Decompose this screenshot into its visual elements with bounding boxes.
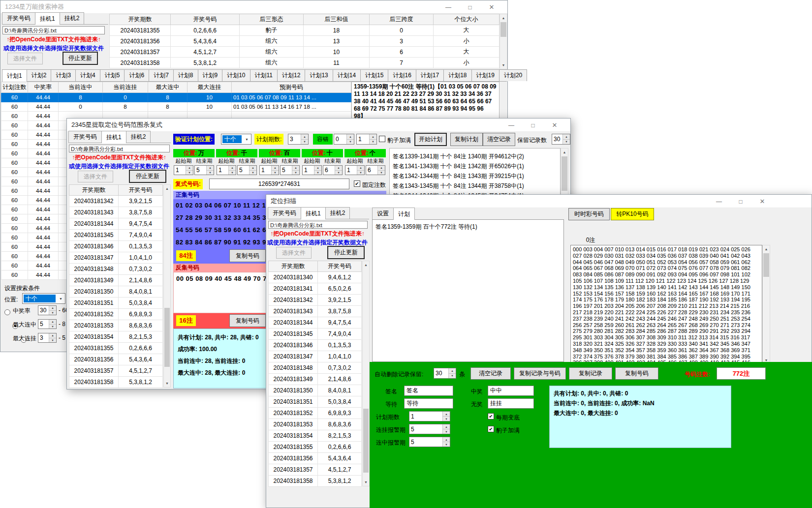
draws-scrollbar[interactable] bbox=[362, 261, 370, 486]
plan-tab[interactable]: 计划19 bbox=[471, 69, 500, 81]
plan-tab[interactable]: 计划7 bbox=[149, 69, 174, 81]
draw-row[interactable]: 202403181340 9,4,6,1,2 bbox=[269, 272, 362, 283]
close-icon[interactable] bbox=[751, 195, 773, 208]
ssc-numbers-button[interactable]: 时时彩号码 bbox=[568, 208, 610, 220]
draw-row[interactable]: 202403181358 5,3,8,1,2 组六 11 7 小 bbox=[110, 58, 500, 68]
scroll-down-icon[interactable] bbox=[500, 61, 507, 69]
draw-row[interactable]: 202403181346 0,1,3,5,3 bbox=[69, 241, 163, 252]
scan-tab[interactable]: 计划 bbox=[393, 208, 415, 220]
col-period[interactable]: 开奖期数 bbox=[110, 14, 171, 25]
plan-tab[interactable]: 计划1 bbox=[2, 69, 27, 82]
draw-row[interactable]: 202403181342 3,9,2,1,5 bbox=[69, 196, 163, 207]
draw-row[interactable]: 202403181357 4,5,1,2,7 bbox=[69, 365, 163, 377]
sign-field[interactable]: 签名 bbox=[404, 386, 453, 396]
spinner-down-icon[interactable] bbox=[443, 442, 450, 447]
pk10-convert-button[interactable]: 转PK10号码 bbox=[611, 208, 654, 220]
end-period-spinner[interactable]: 6 bbox=[366, 165, 385, 175]
draw-row[interactable]: 202403181355 0,2,6,6,6 bbox=[69, 343, 163, 354]
plan-tab[interactable]: 计划3 bbox=[51, 69, 76, 81]
plan-tab[interactable]: 计划15 bbox=[360, 69, 388, 81]
scroll-down-icon[interactable] bbox=[363, 478, 369, 486]
max-losestreak-spinner[interactable]: 3 bbox=[38, 333, 57, 343]
plan-tab[interactable]: 计划11 bbox=[250, 69, 278, 81]
draw-row[interactable]: 202403181343 3,8,7,5,8 bbox=[69, 207, 163, 218]
spinner-up-icon[interactable] bbox=[449, 368, 456, 374]
start-period-spinner[interactable]: 1 bbox=[217, 165, 236, 175]
winrate-radio[interactable] bbox=[4, 309, 10, 315]
copy-records-button[interactable]: 复制记录 bbox=[569, 367, 612, 380]
scrollbar-thumb[interactable] bbox=[562, 156, 567, 191]
win-field[interactable]: 中中 bbox=[488, 386, 534, 396]
draw-row[interactable]: 202403181346 0,1,3,5,3 bbox=[269, 340, 362, 351]
spinner-up-icon[interactable] bbox=[250, 166, 256, 171]
source-tab[interactable]: 挂机1 bbox=[301, 207, 326, 219]
start-plan-button[interactable]: 开始计划 bbox=[414, 133, 447, 146]
stop-update-button[interactable]: 停止更新 bbox=[327, 246, 365, 259]
win-alarm-spinner[interactable]: 5 bbox=[409, 437, 450, 447]
col-period[interactable]: 开奖期数 bbox=[69, 185, 119, 196]
draw-row[interactable]: 202403181351 5,0,3,8,4 bbox=[69, 298, 163, 309]
spinner-up-icon[interactable] bbox=[443, 424, 450, 429]
col-numbers[interactable]: 开奖号码 bbox=[171, 14, 240, 25]
col-max-winstreak[interactable]: 最大连中 bbox=[148, 82, 187, 93]
spinner-down-icon[interactable] bbox=[301, 140, 308, 145]
plan-tab[interactable]: 计划18 bbox=[443, 69, 471, 81]
spinner-down-icon[interactable] bbox=[186, 171, 193, 175]
spinner-up-icon[interactable] bbox=[301, 134, 308, 140]
col-cur-losestreak[interactable]: 当前连挂 bbox=[103, 82, 148, 93]
scroll-up-icon[interactable] bbox=[363, 261, 369, 269]
spinner-up-icon[interactable] bbox=[229, 166, 236, 171]
draw-row[interactable]: 202403181355 0,2,6,6,6 豹子 18 0 大 bbox=[110, 25, 500, 36]
spinner-down-icon[interactable] bbox=[449, 374, 456, 379]
spinner-down-icon[interactable] bbox=[49, 311, 56, 315]
plan-tab[interactable]: 计划2 bbox=[27, 69, 52, 81]
scrollbar-thumb[interactable] bbox=[763, 253, 769, 277]
draw-row[interactable]: 202403181353 8,6,8,3,6 bbox=[69, 320, 163, 331]
col-period[interactable]: 开奖期数 bbox=[269, 261, 318, 272]
start-period-spinner[interactable]: 1 bbox=[345, 165, 365, 175]
spinner-up-icon[interactable] bbox=[335, 166, 342, 171]
plan-tab[interactable]: 计划6 bbox=[124, 69, 149, 81]
source-tab[interactable]: 挂机1 bbox=[35, 12, 60, 25]
grid-scrollbar[interactable] bbox=[762, 245, 770, 364]
spinner-down-icon[interactable] bbox=[314, 171, 321, 175]
spinner-up-icon[interactable] bbox=[49, 320, 56, 325]
draw-row[interactable]: 202403181345 7,4,9,0,4 bbox=[69, 230, 163, 241]
maximize-icon[interactable] bbox=[522, 119, 544, 132]
draw-row[interactable]: 202403181341 6,5,0,2,6 bbox=[269, 283, 362, 295]
copy-numbers-button[interactable]: 复制号码 bbox=[615, 367, 658, 380]
draw-row[interactable]: 202403181352 6,9,8,9,3 bbox=[69, 309, 163, 320]
copy-negative-numbers-button[interactable]: 复制号码 bbox=[229, 314, 266, 327]
tolerance-spinner-1[interactable]: 0 bbox=[334, 134, 354, 145]
spinner-up-icon[interactable] bbox=[272, 166, 279, 171]
spinner-up-icon[interactable] bbox=[49, 333, 56, 338]
source-tab[interactable]: 开奖号码 bbox=[2, 12, 35, 24]
per-period-checkbox[interactable] bbox=[488, 413, 494, 419]
titlebar[interactable]: 1234星万能搜索神器 bbox=[0, 0, 507, 14]
scrollbar-thumb[interactable] bbox=[363, 409, 369, 473]
clear-records-button[interactable]: 清空记录 bbox=[483, 133, 515, 146]
fixed-bets-checkbox[interactable] bbox=[354, 180, 360, 187]
col-max-losestreak[interactable]: 最大连挂 bbox=[187, 82, 232, 93]
scroll-up-icon[interactable] bbox=[500, 14, 507, 22]
file-path-field[interactable]: D:\奇趣腾讯分分彩.txt bbox=[69, 145, 170, 152]
spinner-down-icon[interactable] bbox=[335, 171, 342, 175]
source-tab[interactable]: 挂机2 bbox=[60, 12, 85, 24]
spinner-up-icon[interactable] bbox=[207, 166, 214, 171]
scroll-up-icon[interactable] bbox=[763, 245, 770, 253]
close-icon[interactable] bbox=[481, 0, 502, 14]
draw-row[interactable]: 202403181353 8,6,8,3,6 bbox=[269, 419, 362, 430]
chevron-down-icon[interactable] bbox=[57, 294, 65, 303]
draw-row[interactable]: 202403181348 0,7,3,0,2 bbox=[269, 362, 362, 374]
spinner-up-icon[interactable] bbox=[443, 412, 450, 417]
start-period-spinner[interactable]: 1 bbox=[259, 165, 279, 175]
col-pattern[interactable]: 后三形态 bbox=[240, 14, 304, 25]
position-combo[interactable]: 十个 bbox=[22, 293, 65, 304]
draw-row[interactable]: 202403181348 0,7,3,0,2 bbox=[69, 264, 163, 275]
plan-tab[interactable]: 计划9 bbox=[198, 69, 223, 81]
spinner-down-icon[interactable] bbox=[370, 140, 376, 145]
plan-tab[interactable]: 计划16 bbox=[388, 69, 416, 81]
col-numbers[interactable]: 开奖号码 bbox=[318, 261, 362, 272]
draw-row[interactable]: 202403181345 7,4,9,0,4 bbox=[269, 329, 362, 340]
file-path-field[interactable]: D:\奇趣腾讯分分彩.txt bbox=[268, 221, 368, 229]
